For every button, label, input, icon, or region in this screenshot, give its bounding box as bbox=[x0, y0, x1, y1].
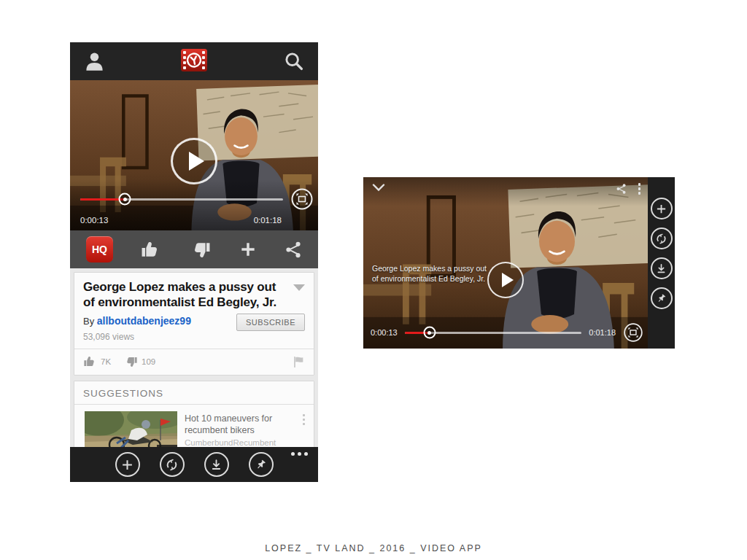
seek-scrubber[interactable] bbox=[423, 327, 436, 339]
suggestion-channel: CumberbundRecumbent bbox=[185, 438, 301, 447]
likes-row: 7K 109 bbox=[74, 349, 314, 375]
like-count: 7K bbox=[101, 357, 111, 366]
more-vertical-icon[interactable] bbox=[301, 411, 306, 447]
fullscreen-button[interactable] bbox=[623, 322, 643, 343]
dislike-count: 109 bbox=[142, 357, 155, 366]
thumb-up-icon[interactable] bbox=[140, 240, 162, 260]
share-icon[interactable] bbox=[285, 241, 302, 259]
hq-button[interactable]: HQ bbox=[86, 236, 113, 262]
elapsed-time: 0:00:13 bbox=[80, 216, 108, 225]
flag-icon[interactable] bbox=[293, 356, 305, 368]
seek-bar[interactable] bbox=[80, 198, 283, 201]
pin-circle-icon[interactable] bbox=[249, 452, 274, 477]
suggestion-title: Hot 10 maneuvers for recumbent bikers bbox=[185, 413, 301, 436]
subscribe-button[interactable]: SUBSCRIBE bbox=[236, 314, 305, 331]
download-circle-icon[interactable] bbox=[204, 452, 229, 477]
more-ellipsis-icon[interactable] bbox=[291, 452, 308, 456]
search-icon[interactable] bbox=[285, 52, 303, 71]
video-action-bar: HQ bbox=[70, 230, 318, 268]
player-top-bar bbox=[363, 177, 648, 206]
landscape-player-screen: George Lopez makes a pussy out of enviro… bbox=[363, 177, 675, 349]
share-circle-icon[interactable] bbox=[651, 228, 673, 249]
play-icon bbox=[502, 273, 514, 287]
video-player[interactable]: 0:00:13 0:01:18 bbox=[70, 80, 318, 230]
video-info-card: George Lopez makes a pussy out of enviro… bbox=[74, 272, 314, 376]
suggestions-header: SUGGESTIONS bbox=[74, 381, 314, 405]
portrait-phone-screen: 0:00:13 0:01:18 HQ bbox=[70, 42, 318, 482]
total-time: 0:01:18 bbox=[254, 216, 282, 225]
video-player[interactable]: George Lopez makes a pussy out of enviro… bbox=[363, 177, 648, 349]
share-icon[interactable] bbox=[616, 183, 627, 195]
add-circle-icon[interactable] bbox=[651, 198, 673, 219]
video-title: George Lopez makes a pussy out of enviro… bbox=[83, 279, 305, 310]
add-circle-icon[interactable] bbox=[115, 452, 140, 477]
seek-scrubber[interactable] bbox=[119, 193, 131, 206]
bottom-app-bar bbox=[70, 447, 318, 482]
thumb-down-icon[interactable] bbox=[190, 240, 212, 260]
play-button[interactable] bbox=[171, 138, 217, 184]
player-controls: 0:00:13 0:01:18 bbox=[80, 187, 314, 225]
elapsed-time: 0:00:13 bbox=[371, 328, 398, 337]
download-circle-icon[interactable] bbox=[651, 257, 673, 279]
seek-bar[interactable] bbox=[405, 332, 582, 334]
chevron-down-icon[interactable] bbox=[293, 284, 305, 291]
total-time: 0:01:18 bbox=[589, 328, 616, 337]
by-label: By bbox=[83, 316, 94, 327]
chevron-down-icon[interactable] bbox=[372, 183, 385, 192]
play-icon bbox=[189, 152, 204, 171]
side-app-bar bbox=[648, 177, 675, 349]
thumb-down-icon[interactable] bbox=[124, 355, 138, 368]
thumb-up-icon[interactable] bbox=[83, 355, 97, 368]
design-caption: LOPEZ _ TV LAND _ 2016 _ VIDEO APP bbox=[0, 543, 747, 553]
add-icon[interactable] bbox=[239, 240, 258, 259]
overlay-video-title: George Lopez makes a pussy out of enviro… bbox=[372, 263, 487, 284]
more-vertical-icon[interactable] bbox=[638, 183, 641, 195]
suggestion-thumbnail[interactable]: 5:42 bbox=[85, 411, 177, 447]
suggestion-item[interactable]: 5:42 Hot 10 maneuvers for recumbent bike… bbox=[74, 405, 314, 447]
profile-icon[interactable] bbox=[85, 50, 104, 72]
pin-circle-icon[interactable] bbox=[651, 287, 673, 309]
thumbnail-image bbox=[85, 411, 177, 447]
top-app-bar bbox=[70, 42, 318, 80]
page-content: George Lopez makes a pussy out of enviro… bbox=[70, 268, 318, 447]
app-logo-icon[interactable] bbox=[180, 48, 208, 75]
channel-link[interactable]: allboutdabenjeez99 bbox=[97, 315, 191, 327]
fullscreen-button[interactable] bbox=[290, 187, 314, 211]
suggestions-card: SUGGESTIONS 5:42 Hot 10 maneuvers for re… bbox=[74, 381, 314, 447]
suggestion-meta: Hot 10 maneuvers for recumbent bikers Cu… bbox=[177, 411, 301, 447]
player-controls: 0:00:13 0:01:18 bbox=[371, 322, 643, 343]
play-button[interactable] bbox=[487, 262, 524, 298]
view-count: 53,096 views bbox=[83, 332, 305, 342]
share-circle-icon[interactable] bbox=[160, 452, 185, 477]
